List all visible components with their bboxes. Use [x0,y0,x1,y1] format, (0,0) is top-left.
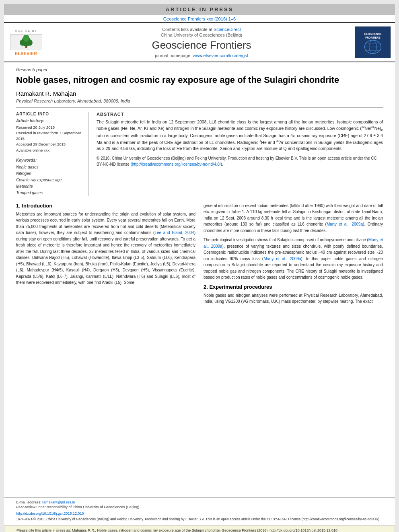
abstract-text: The Sulagiri meteorite fell in India on … [97,119,383,152]
contents-line: Contents lists available at ScienceDirec… [52,27,351,32]
keyword-4: Meteorite [16,183,83,190]
keyword-2: Nitrogen [16,170,83,177]
author-name: Ramakant R. Mahajan [16,90,383,97]
introduction-paragraph-3: The petrological investigation shows tha… [204,237,383,281]
experimental-heading: 2. Experimental procedures [204,284,383,290]
keyword-5: Trapped gases [16,190,83,196]
copyright-link[interactable]: http://creativecommons.org/licenses/by-n… [132,162,221,166]
hosted-by-text: HOSTED BY [15,29,37,33]
article-info-col: ARTICLE INFO Article history: Received 2… [16,112,88,196]
abstract-title: ABSTRACT [97,112,383,117]
divider-1 [16,107,383,108]
peer-review-line: Peer-review under responsibility of Chin… [16,505,383,509]
journal-title-header: Geoscience Frontiers [52,39,351,51]
introduction-paragraph-2: general information on recent Indian met… [204,203,383,234]
body-right-col: general information on recent Indian met… [204,203,383,308]
experimental-paragraph: Noble gases and nitrogen analyses were p… [204,292,383,305]
abstract-col: ABSTRACT The Sulagiri meteorite fell in … [97,112,383,196]
keywords-section: Keywords: Noble gases Nitrogen Cosmic ra… [16,158,83,196]
banner-text: ARTICLE IN PRESS [166,6,234,12]
history-available: Available online xxx [16,148,83,153]
bottom-section: E-mail address: ramakant@prl.res.in Peer… [4,497,395,525]
murty-link-2[interactable]: Murty et al., 2009a [204,238,383,249]
doi-link[interactable]: http://dx.doi.org/10.1016/j.gsf.2015.12.… [16,511,84,516]
issn-line: 1674-9871/© 2016, China University of Ge… [16,517,383,521]
article-history-label: Article history: [16,119,83,123]
introduction-heading: 1. Introduction [16,203,195,209]
elsevier-wordmark: ELSEVIER [15,51,37,56]
university-line: China University of Geosciences (Beijing… [52,33,351,37]
svg-text:FRONTIERS: FRONTIERS [365,36,380,39]
contents-text: Contents lists available at [162,27,214,32]
sciencedirect-link[interactable]: ScienceDirect [214,27,241,32]
citation-text: Please cite this article in press as: Ma… [16,528,337,532]
article-info-section-title: ARTICLE INFO [16,112,83,116]
lee-bland-link[interactable]: Lee and Bland, 2004 [154,230,194,235]
journal-logo-box: GEOSCIENCE FRONTIERS [355,26,391,58]
article-title: Noble gases, nitrogen and cosmic ray exp… [16,74,383,86]
email-link[interactable]: ramakant@prl.res.in [42,500,75,504]
elsevier-logo-box [10,34,42,50]
research-paper-label: Research paper [16,67,383,72]
email-line: E-mail address: ramakant@prl.res.in [16,500,383,504]
homepage-line: journal homepage: www.elsevier.com/locat… [52,53,351,58]
author-affiliation: Physical Research Laboratory, Ahmedabad,… [16,99,383,103]
murty-link-3[interactable]: Murty et al., 2009a [263,257,301,261]
svg-text:GEOSCIENCE: GEOSCIENCE [364,33,382,35]
journal-header: HOSTED BY ELSEVIER Contents lists availa… [4,22,395,62]
doi-line: http://dx.doi.org/10.1016/j.gsf.2015.12.… [16,511,383,516]
homepage-url[interactable]: www.elsevier.com/locate/gsf [193,53,248,58]
body-left-col: 1. Introduction Meteorites are important… [16,203,195,308]
murty-link-1[interactable]: Murty et al., 2009a [327,222,363,226]
journal-citation: Geoscience Frontiers xxx (2016) 1–6 [4,15,395,22]
elsevier-logo-block: HOSTED BY ELSEVIER [8,29,48,56]
journal-center: Contents lists available at ScienceDirec… [52,27,351,58]
history-revised: Received in revised form 7 September 201… [16,130,83,142]
journal-citation-text: Geoscience Frontiers xxx (2016) 1–6 [163,16,236,21]
footer-citation: Please cite this article in press as: Ma… [4,525,395,532]
main-content: Research paper Noble gases, nitrogen and… [4,62,395,493]
introduction-paragraph-1: Meteorites are important sources for und… [16,211,195,286]
keyword-3: Cosmic ray exposure age [16,177,83,183]
page: ARTICLE IN PRESS Geoscience Frontiers xx… [4,4,395,532]
keyword-1: Noble gases [16,164,83,170]
keywords-label: Keywords: [16,158,83,162]
history-received: Received 20 July 2015 [16,125,83,130]
email-label: E-mail address: [16,500,41,504]
body-section: 1. Introduction Meteorites are important… [16,203,383,308]
homepage-label: journal homepage: [155,53,191,58]
history-accepted: Accepted 29 December 2015 [16,142,83,147]
article-info-row: ARTICLE INFO Article history: Received 2… [16,112,383,196]
article-in-press-banner: ARTICLE IN PRESS [4,4,395,15]
copyright-line: © 2016, China University of Geosciences … [97,155,383,167]
